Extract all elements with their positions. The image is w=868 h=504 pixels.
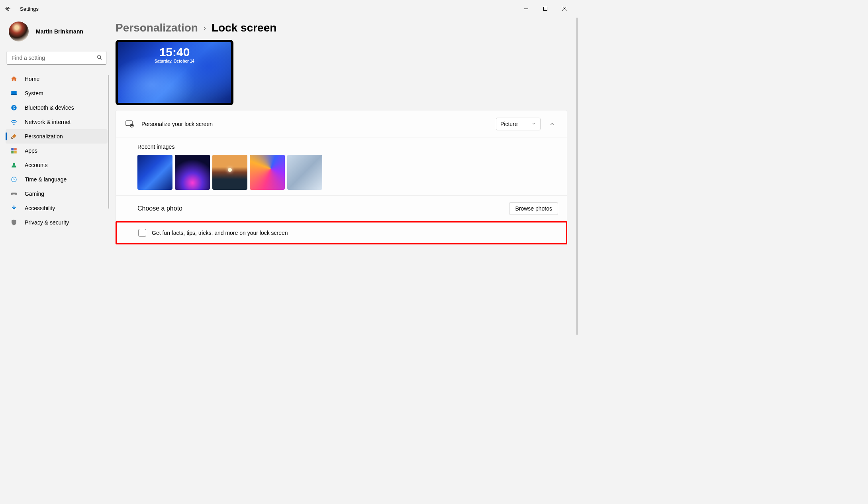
search-icon xyxy=(96,54,103,62)
profile-block[interactable]: Martin Brinkmann xyxy=(6,20,108,51)
nav-label: Time & language xyxy=(25,176,67,183)
svg-rect-9 xyxy=(11,148,14,150)
chevron-right-icon: › xyxy=(204,24,206,32)
svg-rect-1 xyxy=(544,7,547,11)
nav-label: Bluetooth & devices xyxy=(25,104,74,111)
recent-image-4[interactable] xyxy=(250,155,285,190)
paintbrush-icon xyxy=(10,133,18,140)
nav-label: Accessibility xyxy=(25,205,55,211)
recent-images-label: Recent images xyxy=(137,144,558,150)
bluetooth-icon xyxy=(10,104,18,111)
nav-home[interactable]: Home xyxy=(6,72,108,86)
collapse-button[interactable] xyxy=(546,118,558,130)
home-icon xyxy=(10,75,18,83)
shield-icon xyxy=(10,219,18,226)
svg-rect-11 xyxy=(11,151,14,154)
nav-accounts[interactable]: Accounts xyxy=(6,158,108,172)
card-header[interactable]: Personalize your lock screen Picture xyxy=(116,110,567,138)
close-button[interactable] xyxy=(558,3,570,15)
svg-point-15 xyxy=(14,205,15,207)
nav-personalization[interactable]: Personalization xyxy=(6,129,108,144)
nav-label: Privacy & security xyxy=(25,219,69,226)
clock-icon xyxy=(10,176,18,183)
nav-label: Accounts xyxy=(25,162,48,168)
system-icon xyxy=(10,90,18,97)
sidebar: Martin Brinkmann Home System Bluetooth &… xyxy=(0,18,111,335)
content: Personalization › Lock screen 15:40 Satu… xyxy=(111,18,578,335)
nav-privacy[interactable]: Privacy & security xyxy=(6,215,108,230)
svg-point-8 xyxy=(11,105,17,110)
recent-image-2[interactable] xyxy=(175,155,210,190)
select-value: Picture xyxy=(500,121,518,127)
recent-image-1[interactable] xyxy=(137,155,172,190)
nav-label: Apps xyxy=(25,148,37,154)
funfacts-label: Get fun facts, tips, tricks, and more on… xyxy=(152,230,288,236)
content-scrollbar[interactable] xyxy=(576,18,578,335)
profile-name: Martin Brinkmann xyxy=(36,28,83,35)
search-input[interactable] xyxy=(6,51,107,65)
preview-date: Saturday, October 14 xyxy=(155,59,194,63)
recent-image-5[interactable] xyxy=(287,155,322,190)
recent-images xyxy=(137,155,558,190)
chevron-down-icon xyxy=(531,121,536,127)
nav-label: Home xyxy=(25,76,39,82)
breadcrumb-current: Lock screen xyxy=(212,22,276,34)
svg-point-4 xyxy=(98,55,101,59)
svg-rect-12 xyxy=(14,151,17,154)
choose-photo-label: Choose a photo xyxy=(137,205,182,212)
recent-images-section: Recent images xyxy=(116,138,567,195)
lockscreen-icon xyxy=(125,119,134,129)
svg-point-13 xyxy=(13,163,15,165)
nav-bluetooth[interactable]: Bluetooth & devices xyxy=(6,100,108,115)
breadcrumb-parent[interactable]: Personalization xyxy=(116,22,198,34)
app-title: Settings xyxy=(20,6,39,12)
svg-rect-18 xyxy=(131,125,133,126)
funfacts-row[interactable]: Get fun facts, tips, tricks, and more on… xyxy=(116,221,567,244)
nav-label: Personalization xyxy=(25,133,63,140)
nav-accessibility[interactable]: Accessibility xyxy=(6,201,108,215)
nav-time[interactable]: Time & language xyxy=(6,172,108,187)
browse-photos-button[interactable]: Browse photos xyxy=(509,202,558,215)
gamepad-icon xyxy=(10,190,18,197)
avatar xyxy=(9,22,29,41)
personalize-card: Personalize your lock screen Picture Rec… xyxy=(116,110,567,244)
choose-photo-row: Choose a photo Browse photos xyxy=(116,195,567,221)
search-box xyxy=(6,51,107,65)
apps-icon xyxy=(10,147,18,154)
nav-apps[interactable]: Apps xyxy=(6,144,108,158)
background-select[interactable]: Picture xyxy=(496,118,541,130)
card-title: Personalize your lock screen xyxy=(141,121,213,127)
back-button[interactable] xyxy=(4,5,12,13)
person-icon xyxy=(10,161,18,169)
svg-rect-10 xyxy=(14,148,17,150)
lockscreen-preview: 15:40 Saturday, October 14 xyxy=(116,40,233,105)
funfacts-checkbox[interactable] xyxy=(138,229,146,237)
nav-gaming[interactable]: Gaming xyxy=(6,187,108,201)
svg-rect-7 xyxy=(11,94,17,95)
nav-network[interactable]: Network & internet xyxy=(6,115,108,129)
nav-label: Network & internet xyxy=(25,119,71,125)
maximize-button[interactable] xyxy=(539,3,551,15)
nav: Home System Bluetooth & devices Network … xyxy=(6,72,108,230)
nav-system[interactable]: System xyxy=(6,86,108,100)
preview-time: 15:40 xyxy=(159,45,190,59)
accessibility-icon xyxy=(10,205,18,212)
titlebar: Settings xyxy=(0,0,578,18)
breadcrumb: Personalization › Lock screen xyxy=(116,22,567,34)
nav-label: Gaming xyxy=(25,191,44,197)
recent-image-3[interactable] xyxy=(212,155,247,190)
wifi-icon xyxy=(10,118,18,126)
svg-line-5 xyxy=(100,58,102,59)
minimize-button[interactable] xyxy=(520,3,532,15)
nav-label: System xyxy=(25,90,43,96)
nav-scrollbar[interactable] xyxy=(108,75,109,209)
